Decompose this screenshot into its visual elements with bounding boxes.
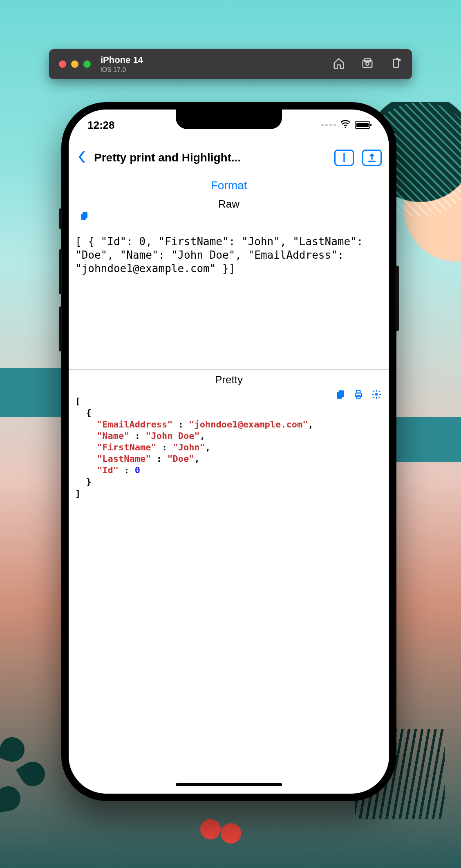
svg-point-14 (376, 394, 377, 395)
raw-json-text[interactable]: [ { "Id": 0, "FirstName": "John", "LastN… (69, 233, 389, 275)
svg-line-21 (373, 397, 374, 398)
navigation-bar: Pretty print and Highlight... (69, 145, 389, 171)
svg-line-22 (378, 391, 380, 392)
zoom-window-button[interactable] (83, 60, 91, 68)
home-icon[interactable] (333, 57, 345, 71)
pretty-section-label: Pretty (69, 374, 389, 386)
svg-line-20 (378, 397, 380, 398)
svg-line-19 (373, 391, 374, 392)
screenshot-icon[interactable] (361, 57, 374, 71)
simulator-device-name: iPhone 14 (101, 55, 143, 65)
window-controls (59, 60, 91, 68)
minimize-window-button[interactable] (71, 60, 78, 68)
svg-point-4 (345, 127, 346, 128)
svg-rect-8 (81, 214, 86, 220)
page-title: Pretty print and Highlight... (94, 151, 241, 164)
split-view-button[interactable] (334, 150, 354, 166)
rotate-icon[interactable] (390, 57, 402, 71)
app-content: Format Raw [ { "Id": 0, "FirstName": "Jo… (69, 175, 389, 777)
back-button[interactable] (76, 150, 88, 166)
cellular-icon (321, 124, 336, 126)
simulator-os-version: iOS 17.0 (101, 66, 143, 74)
copy-raw-button[interactable] (79, 211, 89, 222)
notch (176, 110, 282, 129)
svg-rect-10 (337, 392, 342, 399)
wifi-icon (340, 119, 351, 131)
svg-point-2 (366, 63, 369, 66)
print-button[interactable] (353, 389, 364, 401)
close-window-button[interactable] (59, 60, 66, 68)
format-button[interactable]: Format (69, 179, 389, 192)
battery-icon (355, 121, 370, 129)
simulator-title-block: iPhone 14 iOS 17.0 (101, 55, 143, 74)
raw-section-label: Raw (69, 198, 389, 210)
simulator-toolbar: iPhone 14 iOS 17.0 (49, 49, 412, 79)
highlight-button[interactable] (371, 389, 382, 401)
section-divider (69, 369, 389, 369)
volume-down-button[interactable] (59, 306, 62, 351)
status-time: 12:28 (87, 119, 115, 132)
pretty-json-view[interactable]: [ { "EmailAddress" : "johndoe1@example.c… (69, 390, 389, 499)
svg-rect-3 (394, 59, 399, 67)
phone-screen: 12:28 Pretty print and Highlight... (69, 110, 389, 794)
svg-rect-12 (357, 391, 360, 394)
iphone-frame: 12:28 Pretty print and Highlight... (61, 102, 396, 801)
share-button[interactable] (362, 150, 382, 166)
home-indicator[interactable] (176, 783, 282, 786)
side-button[interactable] (396, 266, 399, 331)
copy-pretty-button[interactable] (335, 389, 346, 401)
ringer-switch[interactable] (59, 208, 62, 229)
volume-up-button[interactable] (59, 249, 62, 294)
